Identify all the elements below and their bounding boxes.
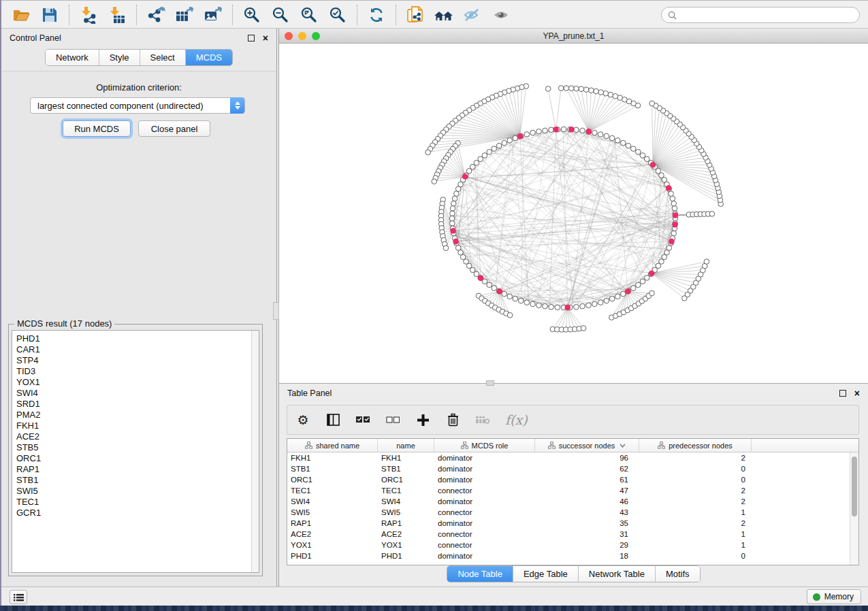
- network-node[interactable]: [507, 312, 513, 318]
- network-node[interactable]: [524, 132, 530, 137]
- zoom-selected-icon[interactable]: [325, 4, 350, 26]
- mcds-node[interactable]: [462, 174, 468, 180]
- network-node[interactable]: [449, 216, 455, 221]
- mcds-result-item[interactable]: FKH1: [16, 420, 259, 431]
- scrollbar-thumb[interactable]: [852, 457, 857, 516]
- column-header-shared-name[interactable]: shared name: [287, 439, 378, 452]
- network-node[interactable]: [555, 305, 560, 310]
- network-node[interactable]: [558, 86, 564, 91]
- mcds-result-item[interactable]: TID3: [16, 366, 259, 377]
- table-row[interactable]: ACE2ACE2connector311: [287, 529, 850, 540]
- import-network-icon[interactable]: [76, 4, 101, 26]
- network-node[interactable]: [536, 129, 542, 135]
- network-node[interactable]: [615, 138, 621, 144]
- close-panel-button[interactable]: Close panel: [138, 120, 210, 137]
- tab-node-table[interactable]: Node Table: [447, 566, 513, 582]
- network-node[interactable]: [536, 303, 542, 308]
- task-history-button[interactable]: [10, 590, 27, 604]
- search-input[interactable]: [681, 10, 853, 20]
- hide-selected-icon[interactable]: [460, 4, 485, 26]
- mcds-result-item[interactable]: STP4: [16, 355, 259, 366]
- network-node[interactable]: [645, 156, 650, 162]
- network-node[interactable]: [450, 211, 455, 216]
- mcds-node[interactable]: [478, 275, 484, 281]
- tab-network-table[interactable]: Network Table: [579, 566, 656, 582]
- network-node[interactable]: [615, 294, 621, 299]
- zoom-in-icon[interactable]: [240, 4, 264, 26]
- float-table-panel-icon[interactable]: [839, 390, 846, 397]
- horizontal-splitter-handle[interactable]: [486, 380, 494, 386]
- network-node[interactable]: [524, 300, 530, 306]
- network-node[interactable]: [470, 267, 475, 273]
- network-node[interactable]: [549, 304, 554, 310]
- mcds-result-item[interactable]: STB5: [16, 442, 259, 453]
- mcds-result-item[interactable]: SRD1: [16, 399, 259, 410]
- network-node[interactable]: [598, 90, 604, 95]
- tab-edge-table[interactable]: Edge Table: [513, 566, 579, 582]
- column-header-predecessor-nodes[interactable]: predecessor nodes: [639, 439, 752, 452]
- network-node[interactable]: [586, 303, 592, 308]
- network-from-selection-icon[interactable]: [403, 4, 428, 26]
- mcds-result-item[interactable]: CAR1: [16, 344, 259, 355]
- network-node[interactable]: [609, 135, 615, 141]
- network-node[interactable]: [454, 191, 460, 197]
- network-node[interactable]: [545, 86, 551, 92]
- mcds-result-item[interactable]: SWI4: [16, 388, 259, 399]
- mcds-node[interactable]: [649, 270, 655, 276]
- close-table-panel-icon[interactable]: ×: [854, 390, 860, 397]
- mcds-node[interactable]: [586, 129, 592, 135]
- tab-network[interactable]: Network: [46, 50, 99, 65]
- network-node[interactable]: [645, 276, 650, 281]
- delete-column-icon[interactable]: [445, 411, 460, 429]
- mcds-node[interactable]: [453, 239, 459, 245]
- network-node[interactable]: [574, 127, 579, 133]
- network-node[interactable]: [598, 132, 603, 137]
- network-node[interactable]: [598, 300, 603, 306]
- vertical-splitter-handle[interactable]: [273, 302, 279, 320]
- network-node[interactable]: [631, 286, 637, 291]
- network-node[interactable]: [507, 294, 513, 299]
- network-node[interactable]: [543, 128, 548, 133]
- export-table-icon[interactable]: [172, 4, 197, 26]
- select-all-columns-icon[interactable]: [355, 411, 370, 429]
- network-node[interactable]: [507, 138, 513, 144]
- mcds-result-item[interactable]: RAP1: [16, 464, 259, 475]
- mcds-node[interactable]: [450, 228, 456, 234]
- network-node[interactable]: [530, 130, 536, 135]
- network-node[interactable]: [704, 259, 709, 265]
- unselect-all-columns-icon[interactable]: [385, 411, 400, 429]
- network-node[interactable]: [613, 94, 618, 99]
- table-scrollbar[interactable]: [850, 452, 858, 565]
- network-node[interactable]: [592, 130, 598, 135]
- export-network-icon[interactable]: [144, 4, 168, 26]
- network-node[interactable]: [561, 127, 566, 132]
- mcds-result-item[interactable]: GCR1: [16, 508, 259, 518]
- mcds-node[interactable]: [497, 288, 503, 295]
- network-node[interactable]: [530, 301, 536, 307]
- network-node[interactable]: [626, 143, 631, 148]
- network-node[interactable]: [589, 88, 594, 93]
- network-node[interactable]: [487, 150, 492, 155]
- network-node[interactable]: [580, 128, 585, 133]
- mcds-result-list[interactable]: PHD1CAR1STP4TID3YOX1SWI4SRD1PMA2FKH1ACE2…: [12, 330, 259, 573]
- network-node[interactable]: [574, 304, 579, 310]
- network-node[interactable]: [564, 86, 569, 91]
- refresh-layout-icon[interactable]: [364, 4, 389, 26]
- optimization-criterion-select[interactable]: largest connected component (undirected): [30, 97, 245, 114]
- network-node[interactable]: [594, 88, 599, 94]
- network-node[interactable]: [583, 87, 589, 93]
- mcds-node[interactable]: [568, 127, 575, 133]
- create-column-icon[interactable]: [415, 411, 430, 429]
- table-row[interactable]: FKH1FKH1dominator962: [287, 452, 850, 463]
- network-node[interactable]: [709, 212, 715, 217]
- mcds-result-item[interactable]: ORC1: [16, 453, 259, 464]
- network-node[interactable]: [581, 326, 586, 331]
- network-node[interactable]: [502, 140, 507, 146]
- mcds-result-item[interactable]: PMA2: [16, 410, 259, 420]
- mcds-node[interactable]: [669, 239, 675, 245]
- tab-style[interactable]: Style: [99, 50, 140, 65]
- network-node[interactable]: [543, 303, 548, 309]
- float-panel-icon[interactable]: [248, 35, 255, 42]
- network-node[interactable]: [670, 196, 675, 201]
- network-node[interactable]: [672, 206, 677, 212]
